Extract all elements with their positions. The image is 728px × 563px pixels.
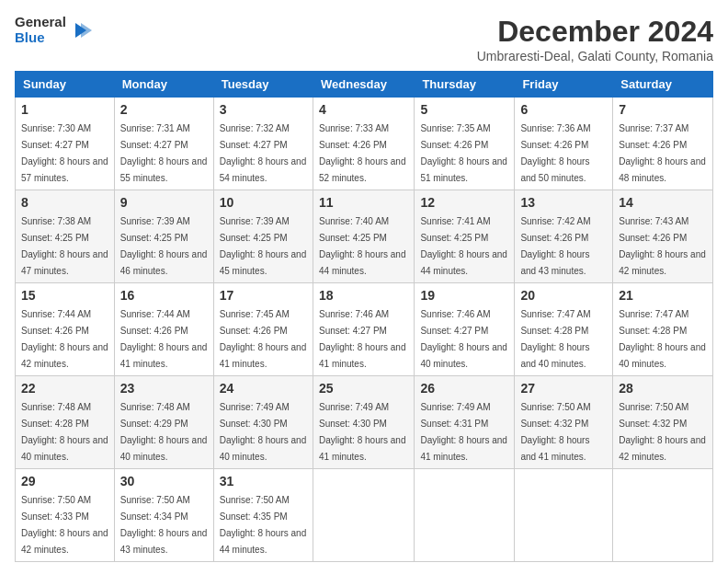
day-info: Sunrise: 7:32 AMSunset: 4:27 PMDaylight:…: [220, 123, 307, 183]
calendar-cell: 4 Sunrise: 7:33 AMSunset: 4:26 PMDayligh…: [313, 98, 414, 190]
calendar-cell: 27 Sunrise: 7:50 AMSunset: 4:32 PMDaylig…: [515, 376, 613, 469]
day-info: Sunrise: 7:48 AMSunset: 4:29 PMDaylight:…: [120, 402, 208, 462]
calendar-cell: 31 Sunrise: 7:50 AMSunset: 4:35 PMDaylig…: [213, 469, 313, 562]
day-number: 3: [220, 102, 307, 117]
month-title: December 2024: [477, 15, 713, 49]
calendar-cell: 25 Sunrise: 7:49 AMSunset: 4:30 PMDaylig…: [313, 376, 414, 469]
calendar-cell: 9 Sunrise: 7:39 AMSunset: 4:25 PMDayligh…: [114, 190, 213, 283]
calendar-col-header: Friday: [515, 72, 613, 98]
day-info: Sunrise: 7:49 AMSunset: 4:30 PMDaylight:…: [319, 402, 406, 462]
day-info: Sunrise: 7:41 AMSunset: 4:25 PMDaylight:…: [420, 216, 507, 276]
day-number: 30: [120, 474, 208, 488]
day-number: 17: [220, 288, 307, 303]
day-number: 2: [120, 102, 208, 117]
day-number: 9: [120, 195, 208, 210]
day-number: 10: [220, 195, 307, 210]
day-number: 22: [21, 381, 108, 396]
day-info: Sunrise: 7:43 AMSunset: 4:26 PMDaylight:…: [619, 216, 706, 276]
day-number: 26: [420, 381, 508, 396]
day-info: Sunrise: 7:47 AMSunset: 4:28 PMDaylight:…: [619, 309, 706, 369]
calendar-cell: 1 Sunrise: 7:30 AMSunset: 4:27 PMDayligh…: [16, 98, 115, 190]
day-info: Sunrise: 7:35 AMSunset: 4:26 PMDaylight:…: [420, 123, 507, 183]
day-number: 27: [520, 381, 607, 396]
day-info: Sunrise: 7:49 AMSunset: 4:30 PMDaylight:…: [220, 402, 307, 462]
logo: General Blue: [15, 15, 92, 45]
calendar-col-header: Saturday: [613, 72, 713, 98]
calendar-week-row: 22 Sunrise: 7:48 AMSunset: 4:28 PMDaylig…: [16, 376, 713, 469]
calendar-cell: 18 Sunrise: 7:46 AMSunset: 4:27 PMDaylig…: [313, 283, 414, 376]
day-number: 11: [319, 195, 408, 210]
day-info: Sunrise: 7:39 AMSunset: 4:25 PMDaylight:…: [120, 216, 208, 276]
calendar-cell: 12 Sunrise: 7:41 AMSunset: 4:25 PMDaylig…: [415, 190, 515, 283]
logo-chevron-icon: [70, 19, 92, 41]
day-number: 1: [21, 102, 108, 117]
calendar-cell: 29 Sunrise: 7:50 AMSunset: 4:33 PMDaylig…: [16, 469, 115, 562]
day-info: Sunrise: 7:31 AMSunset: 4:27 PMDaylight:…: [120, 123, 208, 183]
calendar-cell: 24 Sunrise: 7:49 AMSunset: 4:30 PMDaylig…: [213, 376, 313, 469]
calendar-cell: 3 Sunrise: 7:32 AMSunset: 4:27 PMDayligh…: [213, 98, 313, 190]
calendar-cell: 21 Sunrise: 7:47 AMSunset: 4:28 PMDaylig…: [613, 283, 713, 376]
location-title: Umbraresti-Deal, Galati County, Romania: [477, 49, 713, 63]
day-info: Sunrise: 7:44 AMSunset: 4:26 PMDaylight:…: [21, 309, 108, 369]
calendar-cell: [415, 469, 515, 562]
day-number: 16: [120, 288, 208, 303]
day-number: 12: [420, 195, 508, 210]
day-info: Sunrise: 7:50 AMSunset: 4:32 PMDaylight:…: [520, 402, 590, 462]
day-number: 7: [619, 102, 707, 117]
calendar-cell: 11 Sunrise: 7:40 AMSunset: 4:25 PMDaylig…: [313, 190, 414, 283]
calendar-cell: [515, 469, 613, 562]
calendar-col-header: Wednesday: [313, 72, 414, 98]
calendar-week-row: 8 Sunrise: 7:38 AMSunset: 4:25 PMDayligh…: [16, 190, 713, 283]
day-info: Sunrise: 7:47 AMSunset: 4:28 PMDaylight:…: [520, 309, 590, 369]
day-number: 13: [520, 195, 607, 210]
calendar-week-row: 29 Sunrise: 7:50 AMSunset: 4:33 PMDaylig…: [16, 469, 713, 562]
day-info: Sunrise: 7:48 AMSunset: 4:28 PMDaylight:…: [21, 402, 108, 462]
calendar-cell: 23 Sunrise: 7:48 AMSunset: 4:29 PMDaylig…: [114, 376, 213, 469]
calendar-cell: 8 Sunrise: 7:38 AMSunset: 4:25 PMDayligh…: [16, 190, 115, 283]
day-info: Sunrise: 7:50 AMSunset: 4:34 PMDaylight:…: [120, 495, 208, 555]
calendar-week-row: 1 Sunrise: 7:30 AMSunset: 4:27 PMDayligh…: [16, 98, 713, 190]
day-number: 14: [619, 195, 707, 210]
day-number: 21: [619, 288, 707, 303]
calendar-cell: 6 Sunrise: 7:36 AMSunset: 4:26 PMDayligh…: [515, 98, 613, 190]
calendar-week-row: 15 Sunrise: 7:44 AMSunset: 4:26 PMDaylig…: [16, 283, 713, 376]
day-info: Sunrise: 7:40 AMSunset: 4:25 PMDaylight:…: [319, 216, 406, 276]
day-info: Sunrise: 7:50 AMSunset: 4:32 PMDaylight:…: [619, 402, 706, 462]
day-number: 6: [520, 102, 607, 117]
day-number: 18: [319, 288, 408, 303]
day-number: 28: [619, 381, 707, 396]
calendar-cell: 22 Sunrise: 7:48 AMSunset: 4:28 PMDaylig…: [16, 376, 115, 469]
title-area: December 2024 Umbraresti-Deal, Galati Co…: [477, 15, 713, 63]
calendar-cell: 10 Sunrise: 7:39 AMSunset: 4:25 PMDaylig…: [213, 190, 313, 283]
calendar-table: SundayMondayTuesdayWednesdayThursdayFrid…: [15, 71, 713, 562]
day-number: 25: [319, 381, 408, 396]
calendar-cell: 2 Sunrise: 7:31 AMSunset: 4:27 PMDayligh…: [114, 98, 213, 190]
day-info: Sunrise: 7:50 AMSunset: 4:33 PMDaylight:…: [21, 495, 108, 555]
calendar-header-row: SundayMondayTuesdayWednesdayThursdayFrid…: [16, 72, 713, 98]
day-info: Sunrise: 7:38 AMSunset: 4:25 PMDaylight:…: [21, 216, 108, 276]
day-info: Sunrise: 7:44 AMSunset: 4:26 PMDaylight:…: [120, 309, 208, 369]
page-header: General Blue December 2024 Umbraresti-De…: [15, 15, 713, 63]
day-number: 5: [420, 102, 508, 117]
day-number: 8: [21, 195, 108, 210]
calendar-cell: 20 Sunrise: 7:47 AMSunset: 4:28 PMDaylig…: [515, 283, 613, 376]
day-info: Sunrise: 7:36 AMSunset: 4:26 PMDaylight:…: [520, 123, 590, 183]
calendar-cell: 26 Sunrise: 7:49 AMSunset: 4:31 PMDaylig…: [415, 376, 515, 469]
day-info: Sunrise: 7:39 AMSunset: 4:25 PMDaylight:…: [220, 216, 307, 276]
calendar-cell: 5 Sunrise: 7:35 AMSunset: 4:26 PMDayligh…: [415, 98, 515, 190]
day-number: 19: [420, 288, 508, 303]
calendar-col-header: Sunday: [16, 72, 115, 98]
day-info: Sunrise: 7:37 AMSunset: 4:26 PMDaylight:…: [619, 123, 706, 183]
day-info: Sunrise: 7:45 AMSunset: 4:26 PMDaylight:…: [220, 309, 307, 369]
calendar-cell: 13 Sunrise: 7:42 AMSunset: 4:26 PMDaylig…: [515, 190, 613, 283]
calendar-cell: 28 Sunrise: 7:50 AMSunset: 4:32 PMDaylig…: [613, 376, 713, 469]
calendar-cell: 19 Sunrise: 7:46 AMSunset: 4:27 PMDaylig…: [415, 283, 515, 376]
calendar-cell: 17 Sunrise: 7:45 AMSunset: 4:26 PMDaylig…: [213, 283, 313, 376]
calendar-col-header: Monday: [114, 72, 213, 98]
calendar-cell: 15 Sunrise: 7:44 AMSunset: 4:26 PMDaylig…: [16, 283, 115, 376]
day-number: 29: [21, 474, 108, 488]
day-info: Sunrise: 7:50 AMSunset: 4:35 PMDaylight:…: [220, 495, 307, 555]
calendar-col-header: Tuesday: [213, 72, 313, 98]
day-info: Sunrise: 7:46 AMSunset: 4:27 PMDaylight:…: [319, 309, 406, 369]
calendar-cell: 16 Sunrise: 7:44 AMSunset: 4:26 PMDaylig…: [114, 283, 213, 376]
